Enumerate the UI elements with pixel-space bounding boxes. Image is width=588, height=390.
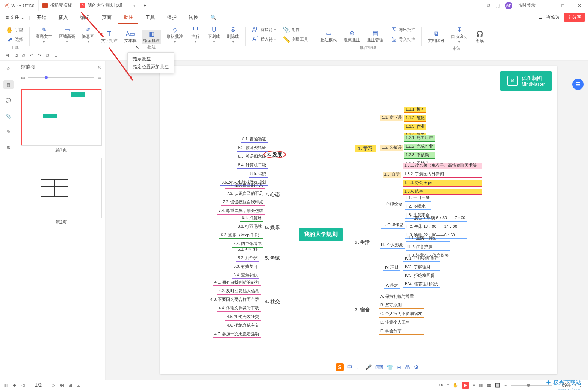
manage-annot[interactable]: ▤批注管理	[365, 29, 385, 43]
ime-toolbox-icon[interactable]: ⊞	[397, 364, 401, 370]
ime-settings-icon[interactable]: ⚙	[414, 364, 419, 370]
rail-thumbnails[interactable]: ▦	[3, 80, 14, 89]
avatar[interactable]: WP	[505, 2, 512, 9]
branch-7: 7. 心态	[265, 191, 280, 198]
shape-annot[interactable]: ◇形状批注▾	[165, 25, 185, 44]
close-button[interactable]: ✕	[574, 3, 585, 8]
thumbnail-page-2[interactable]	[21, 158, 101, 218]
rail-comments[interactable]: 💬	[3, 96, 14, 105]
open-icon[interactable]: ⊞	[5, 53, 9, 58]
ruler-icon: 📏	[283, 36, 290, 43]
clone-icon[interactable]: ⧉	[46, 53, 49, 58]
redo-icon[interactable]: ↷	[38, 53, 42, 58]
rail-bookmark[interactable]: ☆	[3, 64, 14, 73]
ime-keyboard-icon[interactable]: ⌨	[375, 364, 383, 370]
hand-tool[interactable]: ✋手型	[4, 25, 25, 34]
thumb-zoom-slider[interactable]	[28, 77, 94, 78]
note-annot[interactable]: 🗨注解▾	[188, 25, 202, 44]
menu-page[interactable]: 页面	[97, 12, 117, 23]
thumbnail-page-1[interactable]	[21, 89, 101, 145]
menu-start[interactable]: 开始	[31, 12, 52, 23]
rail-attachments[interactable]: 📎	[3, 112, 14, 121]
attach[interactable]: 📎附件	[281, 25, 310, 34]
float-panel-button[interactable]: ☰	[572, 79, 584, 90]
freehand[interactable]: ✐随意画▾	[80, 25, 96, 44]
hand-mode-icon[interactable]: ✋	[453, 383, 458, 388]
undo-icon[interactable]: ↶	[30, 53, 33, 58]
fit-page-icon[interactable]: ⊡	[77, 383, 80, 388]
leaf: II.1. 晨练 + 早读 6：30——7：00	[405, 215, 467, 222]
textbox[interactable]: A▭文本框	[123, 30, 138, 44]
print-icon[interactable]: ⎙	[22, 53, 25, 58]
layout-double-icon[interactable]: ▥	[479, 383, 483, 388]
rail-layers[interactable]: ≋	[3, 143, 14, 152]
file-menu[interactable]: ≡ 文件 ⌄	[3, 13, 27, 22]
new-tab-button[interactable]: +	[140, 0, 150, 11]
workspace: ☆ ▦ 💬 📎 ✎ ≋ 缩略图 ✕ ▭ ▭ 第1页	[0, 61, 588, 380]
autoscroll[interactable]: ↧自动滚动▾	[450, 25, 469, 44]
export-annot[interactable]: ⇱导出批注	[389, 25, 417, 34]
highlight-text[interactable]: ✎高亮文本▾	[34, 25, 54, 44]
app-box-icon[interactable]: ⧉	[487, 3, 490, 8]
save-icon[interactable]: 🖫	[13, 53, 18, 58]
last-page-icon[interactable]: ⏭	[60, 383, 64, 388]
fit-width-icon[interactable]: ⊞	[68, 383, 72, 388]
canvas[interactable]: ☰ 亿图脑图MindMaster 我的大学规划 1. 学习 1.1. 专业课 1…	[106, 61, 588, 380]
hide-annot[interactable]: ⊘隐藏批注	[342, 29, 362, 43]
close-panel-icon[interactable]: ✕	[97, 64, 101, 70]
area-highlight[interactable]: ▭区域高亮▾	[57, 25, 77, 44]
ime-punct[interactable]: 、	[356, 364, 362, 371]
next-page-icon[interactable]: ▷	[52, 383, 55, 388]
menu-tools[interactable]: 工具	[140, 12, 160, 23]
zoom-out-icon[interactable]: −	[504, 383, 507, 388]
import-annot[interactable]: ⇲导入批注	[389, 35, 417, 43]
changes-label[interactable]: 有修改	[546, 14, 560, 21]
maximize-button[interactable]: □	[557, 3, 569, 8]
insert-char[interactable]: Aˆ插入符▾	[250, 35, 277, 43]
tab-wps-office[interactable]: W WPS Office	[0, 0, 39, 11]
menu-annotate[interactable]: 批注	[118, 12, 138, 24]
ime-skin-icon[interactable]: 👕	[387, 364, 393, 370]
ime-mic-icon[interactable]: 🎤	[365, 364, 372, 370]
replace-char[interactable]: Aᵇ替换符▾	[250, 25, 277, 34]
status-thumbs-icon[interactable]: ▥	[4, 383, 8, 388]
node: I. 合理饮食	[381, 202, 404, 208]
menu-protect[interactable]: 保护	[162, 12, 182, 23]
menu-search[interactable]: 🔍	[205, 12, 222, 22]
ime-more-icon[interactable]: ⁂	[405, 364, 410, 370]
ime-toolbar[interactable]: S 中 、 🎤 ⌨ 👕 ⊞ ⁂ ⚙	[336, 363, 419, 371]
minimize-button[interactable]: —	[541, 3, 552, 8]
leaf: 1.2.2. 完成作业	[404, 144, 435, 150]
ime-logo-icon[interactable]: S	[336, 363, 344, 371]
annot-mode[interactable]: ▭批注模式	[319, 29, 338, 43]
select-tool[interactable]: ⬈选择	[4, 35, 25, 43]
compare[interactable]: ⧉文档比对	[426, 30, 446, 44]
first-page-icon[interactable]: ⏮	[12, 383, 17, 388]
login-status[interactable]: 临时登录	[518, 2, 536, 9]
menu-insert[interactable]: 插入	[53, 12, 73, 23]
branch-3: 3. 宿舍	[355, 306, 370, 313]
eye-icon[interactable]: 👁	[439, 383, 444, 388]
ime-lang[interactable]: 中	[347, 364, 353, 371]
leaf: 7.1. 接受自己的平凡	[225, 182, 265, 189]
share-button[interactable]: ⇪ 分享	[564, 13, 585, 22]
tab-template[interactable]: 找稻壳模板	[39, 0, 76, 11]
measure[interactable]: 📏测量工具	[281, 35, 310, 43]
zoom-in-icon[interactable]: ▭	[97, 75, 101, 80]
layout-grid-icon[interactable]: ▦	[487, 383, 491, 388]
read-aloud[interactable]: 🎧朗读	[473, 30, 487, 44]
pointer-annot[interactable]: ◧指示批注	[142, 30, 161, 44]
strikethrough[interactable]: S̶删除线▾	[225, 25, 241, 44]
menu-convert[interactable]: 转换	[183, 12, 204, 23]
prev-page-icon[interactable]: ◁	[21, 383, 25, 388]
view-settings-icon[interactable]: 🔲	[495, 383, 500, 388]
present-icon[interactable]: ▶	[462, 382, 469, 389]
zoom-out-icon[interactable]: ▭	[21, 75, 25, 80]
page-number-input[interactable]	[29, 382, 47, 388]
tab-document[interactable]: P 我的大学规划.pdf ●	[76, 0, 140, 11]
underline[interactable]: U̲下划线▾	[206, 25, 222, 44]
layout-single-icon[interactable]: ≡	[473, 383, 475, 388]
cube-icon[interactable]: ⬚	[496, 3, 500, 8]
more-icon[interactable]: ⌄	[54, 53, 58, 58]
rail-signature[interactable]: ✎	[3, 127, 14, 136]
